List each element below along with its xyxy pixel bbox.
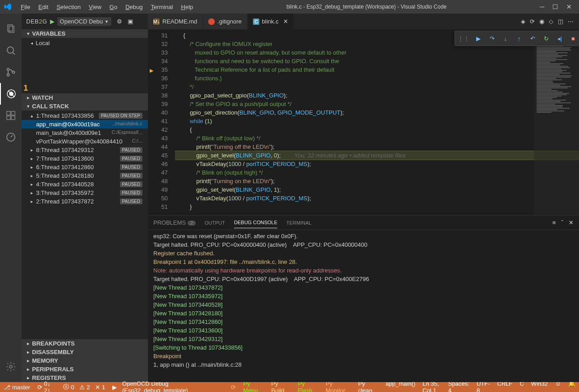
peripherals-panel-header[interactable]: ▸PERIPHERALS xyxy=(22,365,148,374)
thread-row[interactable]: ▸3:Thread 1073435972PAUSED xyxy=(22,189,148,197)
step-over-button[interactable]: ↷ xyxy=(487,33,497,44)
step-into-button[interactable]: ↓ xyxy=(500,33,511,44)
debug-config-dropdown[interactable]: OpenOCD Debu ▼ xyxy=(57,17,111,26)
timeline-icon[interactable] xyxy=(0,126,22,148)
tab-action-icon[interactable]: ⟳ xyxy=(530,18,535,25)
reverse-button[interactable]: ◂| xyxy=(554,33,565,44)
svg-rect-12 xyxy=(11,116,15,120)
svg-text:C: C xyxy=(254,18,258,24)
minimap[interactable] xyxy=(534,45,579,215)
py-build[interactable]: Py Build xyxy=(268,382,294,392)
settings-icon[interactable] xyxy=(0,356,22,378)
breakpoints-panel-header[interactable]: ▸BREAKPOINTS xyxy=(22,339,148,348)
svg-point-5 xyxy=(7,74,9,76)
step-back-button[interactable]: ↶ xyxy=(527,33,538,44)
thread-row[interactable]: ▸5:Thread 1073428180PAUSED xyxy=(22,171,148,180)
debug-console-icon[interactable]: ▣ xyxy=(128,18,133,25)
debug-toolbar[interactable]: ⋮⋮ ▶ ↷ ↓ ↑ ↶ ↻ ◂| ■ xyxy=(455,31,579,46)
problems-tab[interactable]: PROBLEMS2 xyxy=(153,217,196,229)
sync-icon: ⟳ xyxy=(37,384,42,391)
close-button[interactable]: ✕ xyxy=(566,3,572,10)
activity-bar: 1 xyxy=(0,14,22,382)
svg-rect-11 xyxy=(7,116,10,120)
stack-frame[interactable]: main_task@0x400d09e1C:/Espressif... xyxy=(22,129,148,137)
svg-point-4 xyxy=(7,69,9,71)
debug-settings-icon[interactable]: ⚙ xyxy=(117,18,122,25)
close-tab-icon[interactable]: ✕ xyxy=(283,18,288,25)
thread-row[interactable]: ▸8:Thread 1073429312PAUSED xyxy=(22,146,148,154)
py-flash[interactable]: Py Flash xyxy=(294,382,322,392)
terminal-panel: PROBLEMS2 OUTPUT DEBUG CONSOLE TERMINAL … xyxy=(148,215,579,382)
py-monitor[interactable]: Py Monitor xyxy=(322,382,354,392)
debug-console-output[interactable]: esp32: Core was reset (pwrstat=0x1F, aft… xyxy=(148,230,579,382)
git-sync[interactable]: ⟳0↓ 2↑ xyxy=(34,382,60,392)
thread-row[interactable]: ▸6:Thread 1073412860PAUSED xyxy=(22,163,148,171)
source-control-icon[interactable] xyxy=(0,61,22,83)
memory-panel-header[interactable]: ▸MEMORY xyxy=(22,356,148,365)
minimize-button[interactable]: ─ xyxy=(540,3,544,10)
git-icon xyxy=(208,18,215,25)
thread-row[interactable]: ▴1:Thread 1073433856PAUSED ON STEP xyxy=(22,111,148,120)
disassembly-panel-header[interactable]: ▸DISASSEMBLY xyxy=(22,348,148,356)
menu-terminal[interactable]: Terminal xyxy=(147,2,176,12)
start-debug-button[interactable]: ▶ xyxy=(50,18,55,25)
thread-row[interactable]: ▸4:Thread 1073440528PAUSED xyxy=(22,180,148,189)
continue-button[interactable]: ▶ xyxy=(473,33,484,44)
watch-panel-header[interactable]: ▸WATCH xyxy=(22,93,148,102)
filter-icon[interactable]: ≡ xyxy=(552,219,556,226)
tab-action-icon[interactable]: ◇ xyxy=(549,18,553,25)
debug-console-tab[interactable]: DEBUG CONSOLE xyxy=(234,217,277,228)
tab-blink[interactable]: C blink.c ✕ xyxy=(248,14,294,29)
close-panel-icon[interactable]: ✕ xyxy=(569,219,574,226)
stop-button[interactable]: ■ xyxy=(568,33,579,44)
menu-edit[interactable]: Edit xyxy=(35,2,52,12)
step-out-button[interactable]: ↑ xyxy=(514,33,524,44)
stack-frame[interactable]: vPortTaskWrapper@0x40084410C:/... xyxy=(22,137,148,146)
menu-view[interactable]: View xyxy=(85,2,105,12)
py-clean[interactable]: Py clean xyxy=(354,382,382,392)
menu-selection[interactable]: Selection xyxy=(53,2,84,12)
refresh-icon[interactable]: ⟳ xyxy=(227,382,239,392)
search-icon[interactable] xyxy=(0,40,22,61)
callstack-panel-header[interactable]: ▾CALL STACK xyxy=(22,102,148,111)
thread-row[interactable]: ▸2:Thread 1073437872PAUSED xyxy=(22,197,148,206)
git-branch[interactable]: ⎇master xyxy=(0,382,34,392)
svg-rect-1 xyxy=(9,26,14,32)
restart-button[interactable]: ↻ xyxy=(541,33,551,44)
py-menu[interactable]: Py Menu xyxy=(239,382,267,392)
tab-action-icon[interactable]: ◉ xyxy=(539,18,544,25)
errors-warnings[interactable]: ⓧ0 ⚠2 ✕1 xyxy=(60,382,109,392)
collapse-icon[interactable]: ˆ xyxy=(561,219,563,226)
svg-rect-18 xyxy=(208,18,215,25)
code-editor[interactable]: 3132333435▶36373839404142434445464748495… xyxy=(148,29,579,215)
maximize-button[interactable]: ☐ xyxy=(552,3,558,10)
output-tab[interactable]: OUTPUT xyxy=(205,217,225,228)
menu-debug[interactable]: Debug xyxy=(122,2,146,12)
warning-icon: ⚠ xyxy=(79,384,85,391)
editor-area: M↓ README.md .gitignore C blink.c ✕ ◈ ⟳ … xyxy=(148,14,579,382)
menu-go[interactable]: Go xyxy=(106,2,121,12)
debug-target[interactable]: ▶ OpenOCD Debug (Esp32_debug_template) xyxy=(109,382,227,392)
c-file-icon: C xyxy=(253,18,259,25)
thread-row[interactable]: ▸7:Thread 1073413600PAUSED xyxy=(22,154,148,163)
extensions-icon[interactable] xyxy=(0,105,22,126)
terminal-tab[interactable]: TERMINAL xyxy=(286,217,312,228)
tab-readme[interactable]: M↓ README.md xyxy=(148,14,203,29)
variables-panel-header[interactable]: ▾VARIABLES xyxy=(22,29,148,38)
svg-rect-10 xyxy=(7,111,10,115)
more-actions-icon[interactable]: ⋯ xyxy=(568,18,574,25)
debug-icon[interactable] xyxy=(0,83,22,105)
local-scope[interactable]: ◂Local xyxy=(22,39,148,47)
svg-point-6 xyxy=(13,71,15,74)
split-editor-icon[interactable]: ◫ xyxy=(558,18,563,25)
menu-help[interactable]: Help xyxy=(178,2,197,12)
svg-point-2 xyxy=(7,47,14,53)
tab-gitignore[interactable]: .gitignore xyxy=(203,14,247,29)
terminal-tabs: PROBLEMS2 OUTPUT DEBUG CONSOLE TERMINAL … xyxy=(148,216,579,230)
stack-frame[interactable]: app_main@0x400d19ac../main/blink.c xyxy=(22,120,148,129)
explorer-icon[interactable] xyxy=(0,18,22,40)
code-content[interactable]: { /* Configure the IOMUX register muxed … xyxy=(175,29,579,215)
tab-action-icon[interactable]: ◈ xyxy=(521,18,525,25)
drag-handle-icon[interactable]: ⋮⋮ xyxy=(457,35,470,42)
menu-file[interactable]: File xyxy=(17,2,34,12)
